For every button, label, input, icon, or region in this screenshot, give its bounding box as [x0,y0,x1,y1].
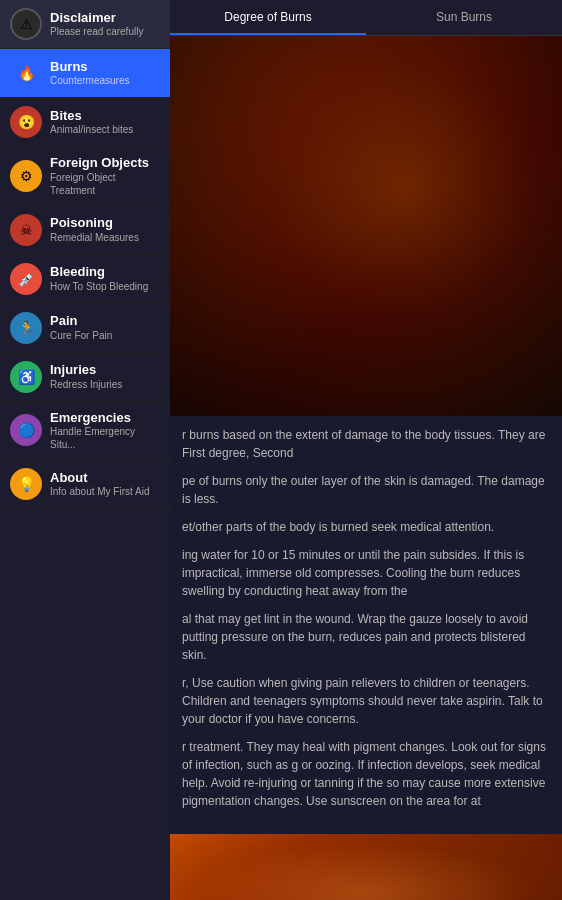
pain-icon: 🏃 [10,312,42,344]
sidebar-title-burns: Burns [50,59,129,75]
sidebar-subtitle-burns: Countermeasures [50,74,129,87]
sidebar-item-emergencies[interactable]: 🔵EmergenciesHandle Emergency Situ... [0,402,170,461]
content-paragraph-5: r, Use caution when giving pain reliever… [182,674,550,728]
sidebar-subtitle-disclaimer: Please read carefully [50,25,143,38]
injuries-icon: ♿ [10,361,42,393]
sidebar: ⚠DisclaimerPlease read carefully🔥BurnsCo… [0,0,170,900]
bleeding-icon: 💉 [10,263,42,295]
foreign-icon: ⚙ [10,160,42,192]
sidebar-item-bleeding[interactable]: 💉BleedingHow To Stop Bleeding [0,255,170,304]
sidebar-subtitle-bites: Animal/insect bites [50,123,133,136]
sidebar-item-burns[interactable]: 🔥BurnsCountermeasures [0,49,170,98]
sidebar-subtitle-pain: Cure For Pain [50,329,112,342]
burns-icon: 🔥 [10,57,42,89]
sidebar-item-disclaimer[interactable]: ⚠DisclaimerPlease read carefully [0,0,170,49]
tab-degree[interactable]: Degree of Burns [170,0,366,35]
poisoning-icon: ☠ [10,214,42,246]
sidebar-subtitle-about: Info about My First Aid [50,485,150,498]
tab-bar: Degree of BurnsSun Burns [170,0,562,36]
content-paragraph-2: et/other parts of the body is burned see… [182,518,550,536]
sidebar-subtitle-injuries: Redress Injuries [50,378,122,391]
sidebar-subtitle-foreign: Foreign Object Treatment [50,171,160,197]
sidebar-subtitle-bleeding: How To Stop Bleeding [50,280,148,293]
main-content: Degree of BurnsSun Burns r burns based o… [170,0,562,900]
sidebar-title-pain: Pain [50,313,112,329]
content-paragraph-3: ing water for 10 or 15 minutes or until … [182,546,550,600]
content-area: r burns based on the extent of damage to… [170,36,562,900]
content-paragraph-0: r burns based on the extent of damage to… [182,426,550,462]
content-paragraph-6: r treatment. They may heal with pigment … [182,738,550,810]
sidebar-item-injuries[interactable]: ♿InjuriesRedress Injuries [0,353,170,402]
sidebar-title-emergencies: Emergencies [50,410,160,426]
burn-image-top [170,36,562,416]
bites-icon: 😮 [10,106,42,138]
disclaimer-icon: ⚠ [10,8,42,40]
tab-sun[interactable]: Sun Burns [366,0,562,35]
sidebar-subtitle-poisoning: Remedial Measures [50,231,139,244]
sidebar-title-poisoning: Poisoning [50,215,139,231]
burn-image-bottom [170,834,562,900]
sidebar-title-about: About [50,470,150,486]
content-paragraph-4: al that may get lint in the wound. Wrap … [182,610,550,664]
text-section: r burns based on the extent of damage to… [170,416,562,830]
sidebar-title-foreign: Foreign Objects [50,155,160,171]
sidebar-item-about[interactable]: 💡AboutInfo about My First Aid [0,460,170,509]
sidebar-item-poisoning[interactable]: ☠PoisoningRemedial Measures [0,206,170,255]
sidebar-title-bites: Bites [50,108,133,124]
sidebar-title-disclaimer: Disclaimer [50,10,143,26]
about-icon: 💡 [10,468,42,500]
sidebar-title-bleeding: Bleeding [50,264,148,280]
sidebar-item-pain[interactable]: 🏃PainCure For Pain [0,304,170,353]
sidebar-item-foreign[interactable]: ⚙Foreign ObjectsForeign Object Treatment [0,147,170,206]
emergencies-icon: 🔵 [10,414,42,446]
sidebar-subtitle-emergencies: Handle Emergency Situ... [50,425,160,451]
content-paragraph-1: pe of burns only the outer layer of the … [182,472,550,508]
sidebar-title-injuries: Injuries [50,362,122,378]
sidebar-item-bites[interactable]: 😮BitesAnimal/insect bites [0,98,170,147]
